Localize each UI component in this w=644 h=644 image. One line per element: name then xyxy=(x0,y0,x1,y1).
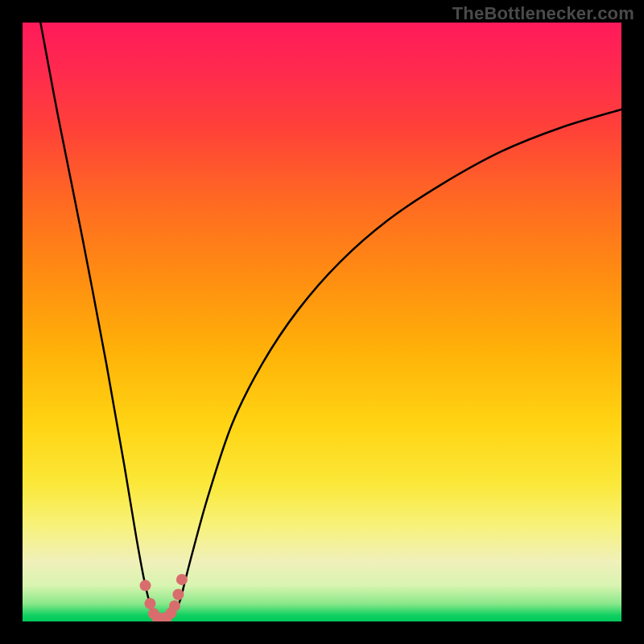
marker-dot xyxy=(169,601,180,612)
chart-frame: TheBottlenecker.com xyxy=(0,0,644,644)
bottleneck-curve xyxy=(40,23,621,618)
chart-plot-area xyxy=(23,23,621,621)
marker-dot xyxy=(176,574,188,585)
marker-dot xyxy=(144,598,155,609)
marker-dot xyxy=(140,580,151,591)
watermark-text: TheBottlenecker.com xyxy=(452,3,634,24)
marker-cluster xyxy=(140,574,188,621)
bottleneck-chart xyxy=(23,23,621,621)
marker-dot xyxy=(172,589,184,601)
